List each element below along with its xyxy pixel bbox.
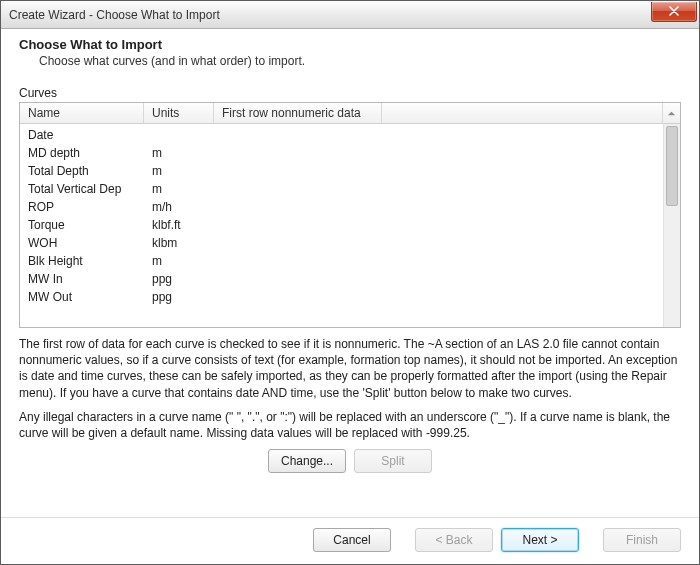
- cell-name: MW Out: [20, 290, 144, 304]
- scroll-up-icon[interactable]: [662, 103, 680, 123]
- cell-units: m/h: [144, 200, 214, 214]
- cell-name: WOH: [20, 236, 144, 250]
- cell-units: ppg: [144, 272, 214, 286]
- wizard-header: Choose What to Import Choose what curves…: [1, 29, 699, 78]
- vertical-scrollbar[interactable]: [663, 124, 680, 327]
- col-header-spacer: [382, 103, 662, 123]
- next-button[interactable]: Next >: [501, 528, 579, 552]
- table-body[interactable]: Date MD depth m Total Depth m Total Vert…: [20, 124, 663, 327]
- col-header-units[interactable]: Units: [144, 103, 214, 123]
- page-subtitle: Choose what curves (and in what order) t…: [39, 54, 681, 68]
- cell-units: klbm: [144, 236, 214, 250]
- scrollbar-thumb[interactable]: [666, 126, 678, 206]
- page-title: Choose What to Import: [19, 37, 681, 52]
- table-row[interactable]: Torque klbf.ft: [20, 216, 663, 234]
- change-button[interactable]: Change...: [268, 449, 346, 473]
- cell-units: ppg: [144, 290, 214, 304]
- cell-units: m: [144, 254, 214, 268]
- table-row[interactable]: ROP m/h: [20, 198, 663, 216]
- col-header-name[interactable]: Name: [20, 103, 144, 123]
- dialog-window: Create Wizard - Choose What to Import Ch…: [0, 0, 700, 565]
- center-button-row: Change... Split: [19, 449, 681, 473]
- curves-table: Name Units First row nonnumeric data Dat…: [19, 102, 681, 328]
- cell-units: m: [144, 164, 214, 178]
- curves-label: Curves: [19, 86, 681, 100]
- table-row[interactable]: Date: [20, 126, 663, 144]
- wizard-footer: Cancel < Back Next > Finish: [1, 517, 699, 564]
- info-paragraph-1: The first row of data for each curve is …: [19, 336, 681, 401]
- col-header-firstrow[interactable]: First row nonnumeric data: [214, 103, 382, 123]
- cell-name: MD depth: [20, 146, 144, 160]
- window-title: Create Wizard - Choose What to Import: [9, 8, 651, 22]
- table-row[interactable]: WOH klbm: [20, 234, 663, 252]
- table-row[interactable]: Blk Height m: [20, 252, 663, 270]
- cell-name: Total Vertical Dep: [20, 182, 144, 196]
- cell-name: Total Depth: [20, 164, 144, 178]
- table-row[interactable]: MW Out ppg: [20, 288, 663, 306]
- close-button[interactable]: [651, 2, 697, 22]
- split-button: Split: [354, 449, 432, 473]
- table-row[interactable]: MD depth m: [20, 144, 663, 162]
- cell-units: m: [144, 182, 214, 196]
- info-paragraph-2: Any illegal characters in a curve name (…: [19, 409, 681, 441]
- cell-name: Date: [20, 128, 144, 142]
- finish-button: Finish: [603, 528, 681, 552]
- cancel-button[interactable]: Cancel: [313, 528, 391, 552]
- cell-name: Torque: [20, 218, 144, 232]
- table-row[interactable]: Total Depth m: [20, 162, 663, 180]
- cell-name: MW In: [20, 272, 144, 286]
- titlebar: Create Wizard - Choose What to Import: [1, 1, 699, 29]
- close-icon: [669, 6, 679, 16]
- table-row[interactable]: Total Vertical Dep m: [20, 180, 663, 198]
- cell-name: ROP: [20, 200, 144, 214]
- cell-units: [144, 128, 214, 142]
- cell-units: m: [144, 146, 214, 160]
- wizard-body: Curves Name Units First row nonnumeric d…: [1, 78, 699, 517]
- table-header: Name Units First row nonnumeric data: [20, 103, 680, 124]
- cell-name: Blk Height: [20, 254, 144, 268]
- cell-units: klbf.ft: [144, 218, 214, 232]
- back-button: < Back: [415, 528, 493, 552]
- table-row[interactable]: MW In ppg: [20, 270, 663, 288]
